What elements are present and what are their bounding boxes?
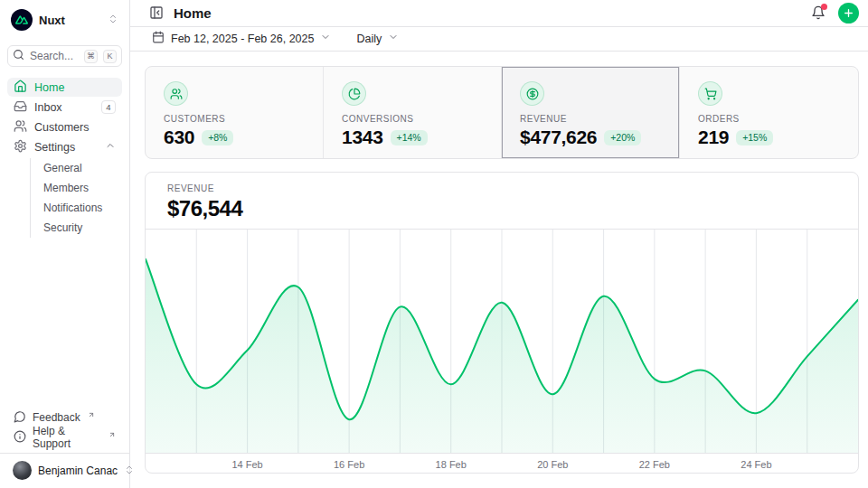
shopping-cart-icon: [698, 81, 722, 106]
pie-chart-icon: [342, 81, 366, 106]
app-root: Nuxt Search... ⌘ K Home: [0, 0, 868, 488]
chevrons-up-down-icon: [108, 12, 118, 28]
user-name: Benjamin Canac: [38, 465, 118, 477]
main-area: Home Feb 12, 2025 - Feb 26, 2025 Daily: [130, 0, 868, 488]
users-icon: [14, 119, 27, 136]
help-support-link[interactable]: Help & Support: [7, 427, 122, 447]
sidebar-item-customers[interactable]: Customers: [7, 117, 122, 136]
notifications-button[interactable]: [807, 2, 829, 23]
x-axis-label: 14 Feb: [231, 459, 262, 470]
x-axis-label: 20 Feb: [537, 459, 568, 470]
sidebar-item-label: Inbox: [34, 101, 94, 114]
stat-label: REVENUE: [520, 114, 661, 124]
add-button[interactable]: [838, 3, 859, 23]
sidebar-item-settings[interactable]: Settings: [7, 137, 122, 156]
interval-select[interactable]: Daily: [356, 32, 399, 45]
stat-card-customers[interactable]: CUSTOMERS 630 +8%: [146, 67, 324, 158]
team-name: Nuxt: [39, 14, 101, 27]
revenue-area-chart[interactable]: [146, 230, 858, 454]
sidebar-item-label: Home: [34, 81, 116, 94]
dollar-sign-icon: [520, 81, 544, 106]
info-circle-icon: [14, 430, 26, 446]
external-link-icon: [88, 408, 95, 421]
stat-value: 630: [164, 127, 194, 148]
team-switcher[interactable]: Nuxt: [7, 7, 122, 33]
user-avatar: [13, 461, 32, 480]
chevron-down-icon: [320, 32, 331, 45]
panel-left-close-icon: [149, 5, 164, 20]
filter-bar: Feb 12, 2025 - Feb 26, 2025 Daily: [130, 27, 868, 52]
x-axis-label: 22 Feb: [639, 459, 670, 470]
chart-canvas: [146, 230, 858, 453]
panel-left-close-button[interactable]: [146, 3, 166, 23]
sidebar-item-notifications[interactable]: Notifications: [40, 198, 122, 218]
help-support-label: Help & Support: [33, 425, 101, 450]
stat-delta-badge: +20%: [604, 130, 641, 145]
stat-card-conversions[interactable]: CONVERSIONS 1343 +14%: [324, 67, 502, 158]
calendar-icon: [152, 31, 165, 46]
stat-value: $477,626: [520, 127, 597, 148]
chevron-down-icon: [388, 32, 399, 45]
nuxt-logo-icon: [11, 9, 33, 31]
users-icon: [164, 81, 188, 106]
message-circle-icon: [14, 410, 26, 426]
stat-card-orders[interactable]: ORDERS 219 +15%: [680, 67, 858, 158]
gear-icon: [14, 139, 27, 155]
chart-x-axis: 14 Feb16 Feb18 Feb20 Feb22 Feb24 Feb: [146, 454, 858, 474]
x-axis-label: 16 Feb: [334, 459, 364, 470]
kbd-cmd: ⌘: [84, 50, 98, 63]
page-title: Home: [174, 5, 807, 21]
chevron-up-icon: [105, 140, 116, 154]
chart-total-value: $76,544: [167, 196, 836, 221]
feedback-label: Feedback: [33, 411, 80, 424]
search-input[interactable]: Search... ⌘ K: [7, 45, 122, 67]
settings-subnav: General Members Notifications Security: [30, 158, 122, 238]
kbd-k: K: [103, 50, 117, 63]
sidebar-item-security[interactable]: Security: [40, 218, 122, 238]
stat-card-revenue[interactable]: REVENUE $477,626 +20%: [502, 67, 680, 158]
external-link-icon: [108, 428, 116, 441]
user-menu[interactable]: Benjamin Canac: [7, 458, 122, 483]
chart-metric-label: REVENUE: [167, 183, 836, 193]
notification-dot: [821, 4, 827, 10]
stat-label: ORDERS: [698, 114, 840, 124]
date-range-value: Feb 12, 2025 - Feb 26, 2025: [171, 33, 314, 45]
inbox-icon: [14, 99, 27, 116]
sidebar: Nuxt Search... ⌘ K Home: [0, 0, 130, 488]
chart-header: REVENUE $76,544: [146, 173, 858, 230]
topbar: Home: [130, 0, 868, 27]
home-icon: [14, 80, 27, 96]
stat-label: CONVERSIONS: [342, 114, 483, 124]
x-axis-label: 24 Feb: [741, 459, 771, 470]
x-axis-label: 18 Feb: [436, 459, 467, 470]
sidebar-item-general[interactable]: General: [40, 158, 122, 178]
interval-value: Daily: [356, 33, 382, 45]
sidebar-item-members[interactable]: Members: [40, 178, 122, 198]
plus-icon: [843, 7, 854, 19]
stat-value: 219: [698, 127, 729, 148]
stat-delta-badge: +14%: [391, 130, 428, 145]
dashboard-content: CUSTOMERS 630 +8% CONVERSIONS 1343 +14%: [130, 52, 868, 488]
stat-value: 1343: [342, 127, 383, 148]
search-icon: [13, 48, 24, 64]
inbox-count-badge: 4: [101, 100, 116, 114]
revenue-chart-card: REVENUE $76,544: [145, 172, 859, 474]
sidebar-item-label: Customers: [34, 121, 116, 134]
sidebar-nav: Home Inbox 4 Customers: [7, 78, 122, 238]
stat-delta-badge: +15%: [736, 130, 773, 145]
stats-row: CUSTOMERS 630 +8% CONVERSIONS 1343 +14%: [145, 66, 859, 159]
date-range-picker[interactable]: Feb 12, 2025 - Feb 26, 2025: [152, 31, 331, 46]
sidebar-item-inbox[interactable]: Inbox 4: [7, 98, 122, 117]
stat-delta-badge: +8%: [202, 130, 233, 145]
search-placeholder: Search...: [30, 50, 79, 62]
sidebar-spacer: [0, 238, 129, 408]
sidebar-item-label: Settings: [34, 141, 98, 154]
sidebar-item-home[interactable]: Home: [7, 78, 122, 97]
stat-label: CUSTOMERS: [164, 114, 305, 124]
